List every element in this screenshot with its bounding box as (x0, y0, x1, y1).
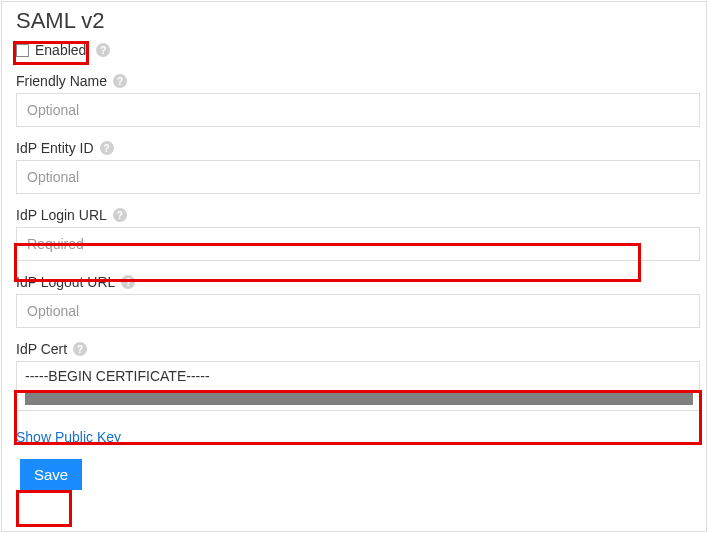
cert-field: IdP Cert ? -----BEGIN CERTIFICATE----- (16, 340, 706, 411)
login-url-input[interactable] (16, 227, 700, 261)
logout-url-input[interactable] (16, 294, 700, 328)
entity-id-field: IdP Entity ID ? (16, 139, 706, 194)
entity-id-input[interactable] (16, 160, 700, 194)
label-text: IdP Cert (16, 341, 67, 357)
saml-panel: SAML v2 Enabled ? Friendly Name ? IdP En… (1, 1, 707, 532)
show-public-key-link[interactable]: Show Public Key (16, 429, 121, 445)
help-icon[interactable]: ? (121, 275, 135, 289)
help-icon[interactable]: ? (113, 208, 127, 222)
friendly-name-field: Friendly Name ? (16, 72, 706, 127)
help-icon[interactable]: ? (100, 141, 114, 155)
label-text: IdP Logout URL (16, 274, 115, 290)
friendly-name-label: Friendly Name ? (16, 73, 127, 89)
cert-label: IdP Cert ? (16, 341, 87, 357)
help-icon[interactable]: ? (73, 342, 87, 356)
help-icon[interactable]: ? (96, 43, 110, 57)
cert-textarea[interactable]: -----BEGIN CERTIFICATE----- (16, 361, 700, 411)
cert-begin-line: -----BEGIN CERTIFICATE----- (25, 368, 691, 384)
panel-title: SAML v2 (16, 8, 706, 34)
label-text: IdP Entity ID (16, 140, 94, 156)
enabled-label: Enabled (35, 42, 86, 58)
login-url-label: IdP Login URL ? (16, 207, 127, 223)
help-icon[interactable]: ? (113, 74, 127, 88)
cert-redacted-content (25, 390, 693, 405)
logout-url-label: IdP Logout URL ? (16, 274, 135, 290)
friendly-name-input[interactable] (16, 93, 700, 127)
login-url-field: IdP Login URL ? (16, 206, 706, 261)
enabled-checkbox[interactable] (16, 44, 29, 57)
save-button[interactable]: Save (20, 459, 82, 490)
label-text: Friendly Name (16, 73, 107, 89)
label-text: IdP Login URL (16, 207, 107, 223)
logout-url-field: IdP Logout URL ? (16, 273, 706, 328)
entity-id-label: IdP Entity ID ? (16, 140, 114, 156)
highlight-save (16, 490, 72, 527)
enabled-row: Enabled ? (16, 42, 110, 58)
